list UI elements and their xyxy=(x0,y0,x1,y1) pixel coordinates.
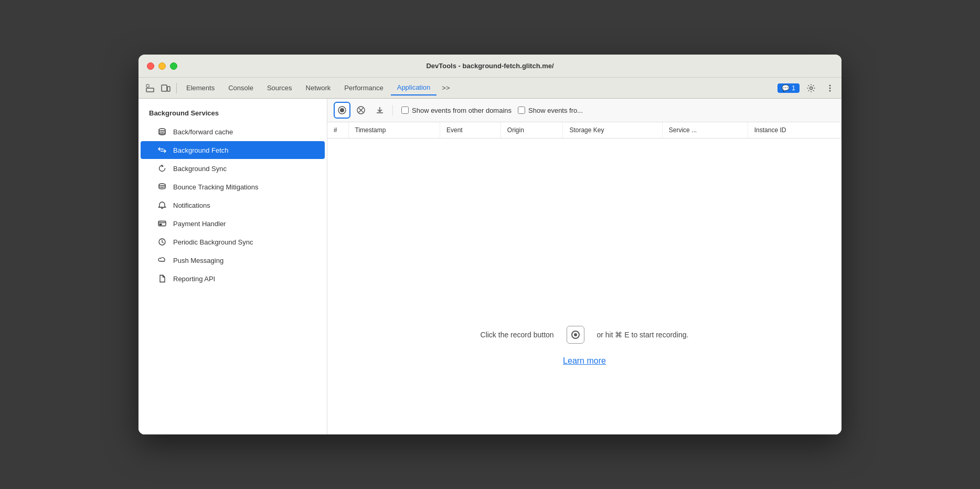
sidebar-item-periodic-background-sync[interactable]: Periodic Background Sync xyxy=(141,233,325,251)
record-dot-inner xyxy=(574,333,577,336)
right-panel: Show events from other domains Show even… xyxy=(327,99,841,434)
events-table: # Timestamp Event Origin Storage Key Ser… xyxy=(327,122,841,139)
show-events-checkbox-2[interactable] xyxy=(518,107,525,114)
learn-more-link[interactable]: Learn more xyxy=(563,356,606,366)
sidebar-label-background-sync: Background Sync xyxy=(173,165,227,173)
record-dot xyxy=(571,331,580,339)
empty-state-text-before: Click the record button xyxy=(481,331,554,339)
toolbar-divider xyxy=(392,105,393,115)
tab-application[interactable]: Application xyxy=(391,80,437,95)
svg-rect-0 xyxy=(146,84,149,87)
col-storage-key: Storage Key xyxy=(563,122,662,139)
traffic-lights xyxy=(147,62,177,70)
sidebar-item-background-fetch[interactable]: Background Fetch xyxy=(141,141,325,159)
panel-toolbar: Show events from other domains Show even… xyxy=(327,99,841,122)
sidebar-item-notifications[interactable]: Notifications xyxy=(141,196,325,214)
empty-state-description: Click the record button or hit ⌘ E to st… xyxy=(481,326,689,344)
more-options-button[interactable] xyxy=(823,81,837,95)
sidebar-label-background-fetch: Background Fetch xyxy=(173,146,229,154)
tab-elements[interactable]: Elements xyxy=(180,81,221,95)
tab-sources[interactable]: Sources xyxy=(261,81,299,95)
tab-more-button[interactable]: >> xyxy=(438,81,454,95)
chat-badge[interactable]: 💬 1 xyxy=(777,83,800,93)
sidebar-item-reporting-api[interactable]: Reporting API xyxy=(141,270,325,288)
svg-point-8 xyxy=(159,129,165,131)
sidebar-label-periodic-bg-sync: Periodic Background Sync xyxy=(173,238,253,246)
cloud-icon xyxy=(157,256,167,265)
save-button[interactable] xyxy=(371,102,388,119)
database-icon xyxy=(157,127,167,136)
record-button[interactable] xyxy=(334,102,350,119)
svg-rect-3 xyxy=(167,87,170,91)
empty-state: Click the record button or hit ⌘ E to st… xyxy=(327,258,841,435)
devtools-window: DevTools - background-fetch.glitch.me/ E… xyxy=(139,55,841,434)
show-events-group-1: Show events from other domains xyxy=(401,107,512,114)
col-instance-id: Instance ID xyxy=(748,122,841,139)
sidebar-label-backforward: Back/forward cache xyxy=(173,128,233,136)
arrows-swap-icon xyxy=(157,145,167,155)
sidebar-item-backforward-cache[interactable]: Back/forward cache xyxy=(141,123,325,141)
credit-card-icon xyxy=(157,219,167,228)
show-events-checkbox-1[interactable] xyxy=(401,107,409,114)
database-2-icon xyxy=(157,182,167,192)
svg-rect-1 xyxy=(146,88,154,92)
minimize-button[interactable] xyxy=(158,62,166,70)
svg-point-7 xyxy=(829,90,831,91)
show-events-label-1: Show events from other domains xyxy=(412,107,512,114)
clear-button[interactable] xyxy=(353,102,369,119)
chat-icon: 💬 xyxy=(782,84,790,92)
tab-network[interactable]: Network xyxy=(300,81,337,95)
sidebar-item-background-sync[interactable]: Background Sync xyxy=(141,160,325,177)
settings-button[interactable] xyxy=(804,81,818,95)
sidebar-item-payment-handler[interactable]: Payment Handler xyxy=(141,215,325,232)
sidebar: Background Services Back/forward cache xyxy=(139,99,327,434)
svg-point-6 xyxy=(829,87,831,89)
sidebar-item-push-messaging[interactable]: Push Messaging xyxy=(141,251,325,269)
title-bar: DevTools - background-fetch.glitch.me/ xyxy=(139,55,841,78)
show-events-group-2: Show events fro... xyxy=(518,107,583,114)
inspector-icon[interactable] xyxy=(143,81,157,95)
sidebar-item-bounce-tracking[interactable]: Bounce Tracking Mitigations xyxy=(141,178,325,196)
main-content: Background Services Back/forward cache xyxy=(139,99,841,434)
close-button[interactable] xyxy=(147,62,154,70)
document-icon xyxy=(157,274,167,283)
sidebar-label-payment-handler: Payment Handler xyxy=(173,220,226,228)
chat-count: 1 xyxy=(792,84,795,92)
sidebar-section-title: Background Services xyxy=(139,99,327,122)
col-timestamp: Timestamp xyxy=(348,122,440,139)
svg-rect-2 xyxy=(162,85,167,91)
maximize-button[interactable] xyxy=(170,62,177,70)
sidebar-label-reporting-api: Reporting API xyxy=(173,275,215,283)
show-events-label-2: Show events fro... xyxy=(528,107,583,114)
tab-bar: Elements Console Sources Network Perform… xyxy=(139,78,841,99)
svg-point-4 xyxy=(810,87,813,89)
col-origin: Origin xyxy=(500,122,563,139)
tab-divider-1 xyxy=(176,83,177,93)
svg-point-5 xyxy=(829,84,831,86)
table-container: # Timestamp Event Origin Storage Key Ser… xyxy=(327,122,841,258)
sync-icon xyxy=(157,164,167,173)
window-title: DevTools - background-fetch.glitch.me/ xyxy=(426,62,553,70)
record-button-inline xyxy=(567,326,584,344)
col-service: Service ... xyxy=(662,122,748,139)
svg-rect-10 xyxy=(158,221,166,226)
svg-point-15 xyxy=(340,108,344,112)
bell-icon xyxy=(157,200,167,210)
sidebar-label-push-messaging: Push Messaging xyxy=(173,257,223,264)
svg-point-9 xyxy=(159,184,165,186)
sidebar-label-bounce-tracking: Bounce Tracking Mitigations xyxy=(173,183,259,191)
tab-bar-right: 💬 1 xyxy=(777,81,837,95)
svg-rect-12 xyxy=(159,224,162,225)
tab-console[interactable]: Console xyxy=(222,81,260,95)
col-event: Event xyxy=(440,122,501,139)
sidebar-label-notifications: Notifications xyxy=(173,201,210,209)
device-toggle-icon[interactable] xyxy=(158,81,173,95)
empty-state-text-after: or hit ⌘ E to start recording. xyxy=(596,331,688,339)
tab-performance[interactable]: Performance xyxy=(338,81,389,95)
clock-icon xyxy=(157,237,167,247)
col-number: # xyxy=(327,122,348,139)
